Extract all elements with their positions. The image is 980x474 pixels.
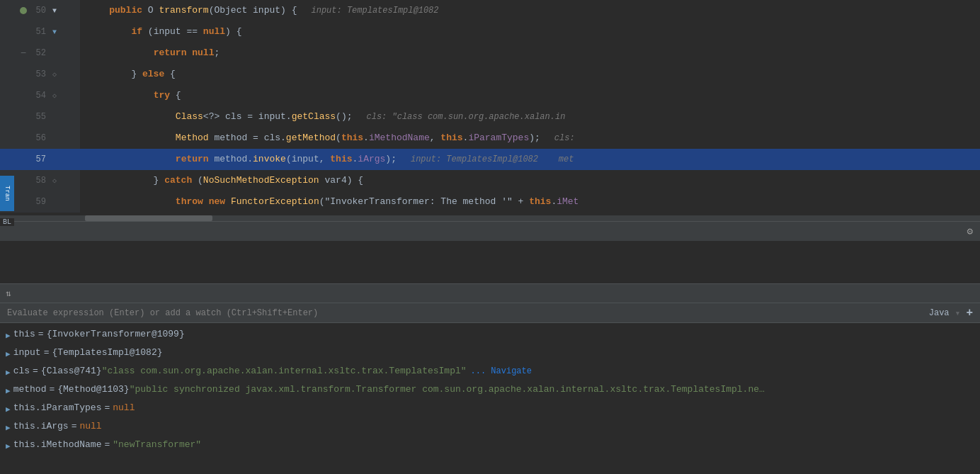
space-55 — [18, 111, 29, 123]
line-number-area-55: 55 — [0, 106, 67, 128]
var-arrow-iParamTypes[interactable]: ▶ — [6, 402, 11, 417]
space-57 — [18, 154, 29, 165]
var-name-iParamTypes: this.iParamTypes — [13, 401, 102, 415]
fold-icon-58[interactable]: ◇ — [49, 175, 60, 186]
var-equals-cls: = — [33, 364, 38, 378]
fold-icon-53 — [18, 69, 29, 80]
code-line-53: 53 ◇ } else { — [0, 64, 980, 85]
variables-panel: ▶ this = {InvokerTransformer@1099} ▶ inp… — [0, 323, 980, 474]
var-value-input: {TemplatesImpl@1082} — [52, 346, 162, 360]
line-number-58: 58 — [32, 176, 46, 186]
sort-icon[interactable]: ⇅ — [6, 288, 11, 299]
add-watch-button[interactable]: + — [966, 307, 973, 320]
toolbar-line: ⇅ — [0, 283, 980, 303]
var-value-this: {InvokerTransformer@1099} — [47, 327, 185, 342]
settings-row: ⚙ — [0, 221, 980, 241]
var-equals-iMethodName: = — [104, 438, 110, 452]
var-value-cls: "class com.sun.org.apache.xalan.internal… — [102, 364, 467, 378]
var-item-iArgs: ▶ this.iArgs = null — [0, 418, 980, 436]
fold2-icon-54[interactable]: ◇ — [49, 90, 60, 101]
var-arrow-cls[interactable]: ▶ — [6, 366, 11, 380]
code-line-55: 55 Class<?> cls = input.getClass(); cls:… — [0, 106, 980, 128]
gutter-52 — [67, 43, 80, 64]
code-line-59: 59 throw new FunctorException("InvokerTr… — [0, 191, 980, 213]
evaluate-placeholder: Evaluate expression (Enter) or add a wat… — [7, 308, 318, 318]
gutter-51 — [67, 21, 80, 43]
var-equals-iParamTypes: = — [104, 401, 110, 415]
var-arrow-this[interactable]: ▶ — [6, 329, 11, 343]
line-number-54: 54 — [32, 91, 46, 101]
line-number-57: 57 — [32, 154, 46, 164]
var-name-input: input — [13, 346, 41, 360]
editor-container: Tran BL 50 ▼ public O transform(Object i… — [0, 0, 980, 474]
space-59 — [18, 196, 29, 208]
tran-tab[interactable]: Tran — [0, 176, 14, 211]
line-number-area-54: 54 ◇ — [0, 85, 67, 106]
var-value-method: "public synchronized javax.xml.transform… — [130, 383, 767, 397]
var-equals-method: = — [49, 383, 55, 397]
var-arrow-method[interactable]: ▶ — [6, 384, 11, 398]
var-prefix-cls: {Class@741} — [41, 364, 102, 378]
gutter-54 — [67, 85, 80, 106]
var-equals-this: = — [38, 327, 44, 342]
gutter-55 — [67, 106, 80, 128]
fold-icon-50[interactable]: ▼ — [49, 5, 60, 16]
fold2-icon-53[interactable]: ◇ — [49, 69, 60, 80]
code-content-53: } else { — [80, 64, 980, 85]
gutter-53 — [67, 64, 80, 85]
breakpoint-icon-50[interactable] — [18, 5, 29, 16]
var-arrow-iArgs[interactable]: ▶ — [6, 421, 11, 435]
code-scrollbar[interactable] — [0, 215, 980, 221]
var-equals-input: = — [44, 346, 50, 360]
var-name-cls: cls — [13, 364, 30, 378]
code-content-54: try { — [80, 85, 980, 106]
language-selector[interactable]: Java — [929, 308, 950, 318]
watch-bar: Evaluate expression (Enter) or add a wat… — [0, 303, 980, 323]
fold-icon-54 — [18, 90, 29, 101]
code-area: Tran BL 50 ▼ public O transform(Object i… — [0, 0, 980, 283]
code-content-59: throw new FunctorException("InvokerTrans… — [80, 191, 980, 213]
fold-icon-51[interactable]: ▼ — [49, 26, 60, 38]
var-name-method: method — [13, 383, 47, 397]
space-56 — [18, 132, 29, 144]
space2-57 — [49, 154, 60, 165]
var-item-input: ▶ input = {TemplatesImpl@1082} — [0, 344, 980, 363]
var-item-cls: ▶ cls = {Class@741} "class com.sun.org.a… — [0, 363, 980, 381]
code-content-50: public O transform(Object input) { input… — [80, 0, 980, 21]
space2-56 — [49, 132, 60, 144]
line-number-52: 52 — [32, 48, 46, 58]
code-line-50: 50 ▼ public O transform(Object input) { … — [0, 0, 980, 21]
settings-icon[interactable]: ⚙ — [967, 225, 973, 237]
gutter-56 — [67, 128, 80, 149]
gutter-50 — [67, 0, 80, 21]
var-arrow-input[interactable]: ▶ — [6, 347, 11, 361]
code-lines: 50 ▼ public O transform(Object input) { … — [0, 0, 980, 213]
lang-dropdown-icon[interactable]: ▾ — [955, 307, 961, 319]
code-content-52: return null; — [80, 43, 980, 64]
var-name-iArgs: this.iArgs — [13, 419, 69, 434]
var-item-iMethodName: ▶ this.iMethodName = "newTransformer" — [0, 436, 980, 455]
minus-icon-52[interactable]: − — [18, 47, 29, 59]
code-line-57: 57 return method.invoke(input, this.iArg… — [0, 149, 980, 170]
gutter-59 — [67, 191, 80, 213]
line-number-56: 56 — [32, 133, 46, 143]
line-number-area-51: 51 ▼ — [0, 21, 67, 43]
code-content-55: Class<?> cls = input.getClass(); cls: "c… — [80, 106, 980, 128]
line-number-51: 51 — [32, 27, 46, 37]
line-number-area-50: 50 ▼ — [0, 0, 67, 21]
line-number-area-57: 57 — [0, 149, 67, 170]
var-name-iMethodName: this.iMethodName — [13, 438, 102, 452]
var-prefix-method: {Method@1103} — [57, 383, 129, 397]
hint-57: input: TemplatesImpl@1082 met — [411, 152, 574, 167]
code-scrollbar-thumb[interactable] — [85, 215, 212, 221]
gutter-58 — [67, 170, 80, 191]
space2-59 — [49, 196, 60, 208]
var-value-iParamTypes: null — [113, 401, 135, 415]
code-line-54: 54 ◇ try { — [0, 85, 980, 106]
var-item-this: ▶ this = {InvokerTransformer@1099} — [0, 326, 980, 344]
var-arrow-iMethodName[interactable]: ▶ — [6, 439, 11, 453]
code-content-56: Method method = cls.getMethod(this.iMeth… — [80, 128, 980, 149]
var-item-method: ▶ method = {Method@1103} "public synchro… — [0, 381, 980, 400]
code-content-58: } catch (NoSuchMethodException var4) { — [80, 170, 980, 191]
var-link-cls[interactable]: ... Navigate — [471, 364, 532, 378]
